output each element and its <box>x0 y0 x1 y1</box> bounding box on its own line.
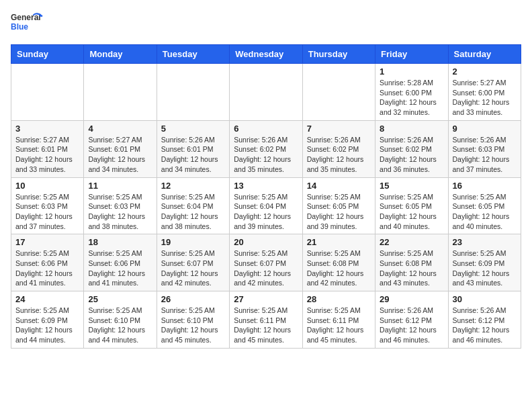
calendar-day-cell: 15Sunrise: 5:25 AMSunset: 6:05 PMDayligh… <box>375 177 448 234</box>
calendar-table: SundayMondayTuesdayWednesdayThursdayFrid… <box>11 44 521 349</box>
weekday-header: Wednesday <box>230 45 302 64</box>
day-number: 27 <box>234 294 298 304</box>
day-number: 11 <box>88 181 152 191</box>
day-number: 8 <box>380 124 443 134</box>
calendar-day-cell: 13Sunrise: 5:25 AMSunset: 6:04 PMDayligh… <box>230 177 302 234</box>
calendar-day-cell <box>230 64 302 121</box>
calendar-day-cell: 25Sunrise: 5:25 AMSunset: 6:10 PMDayligh… <box>84 291 157 349</box>
day-info: Sunrise: 5:25 AMSunset: 6:09 PMDaylight:… <box>15 306 79 345</box>
day-info: Sunrise: 5:25 AMSunset: 6:10 PMDaylight:… <box>161 306 225 345</box>
day-info: Sunrise: 5:26 AMSunset: 6:12 PMDaylight:… <box>453 306 517 345</box>
calendar-day-cell: 14Sunrise: 5:25 AMSunset: 6:05 PMDayligh… <box>302 177 375 234</box>
day-number: 9 <box>453 124 517 134</box>
day-number: 15 <box>380 181 443 191</box>
calendar-day-cell: 10Sunrise: 5:25 AMSunset: 6:03 PMDayligh… <box>11 177 84 234</box>
day-number: 6 <box>234 124 298 134</box>
day-number: 25 <box>88 294 152 304</box>
calendar-day-cell <box>302 64 375 121</box>
calendar-day-cell: 27Sunrise: 5:25 AMSunset: 6:11 PMDayligh… <box>230 291 302 349</box>
day-info: Sunrise: 5:25 AMSunset: 6:11 PMDaylight:… <box>307 306 371 345</box>
calendar-day-cell: 4Sunrise: 5:27 AMSunset: 6:01 PMDaylight… <box>84 120 157 177</box>
calendar-day-cell: 2Sunrise: 5:27 AMSunset: 6:00 PMDaylight… <box>448 64 521 121</box>
calendar-day-cell: 19Sunrise: 5:25 AMSunset: 6:07 PMDayligh… <box>157 234 229 291</box>
calendar-day-cell: 7Sunrise: 5:26 AMSunset: 6:02 PMDaylight… <box>302 120 375 177</box>
calendar-day-cell: 23Sunrise: 5:25 AMSunset: 6:09 PMDayligh… <box>448 234 521 291</box>
day-info: Sunrise: 5:25 AMSunset: 6:04 PMDaylight:… <box>161 192 225 232</box>
day-number: 4 <box>88 124 152 134</box>
day-info: Sunrise: 5:26 AMSunset: 6:02 PMDaylight:… <box>307 135 371 175</box>
calendar-day-cell: 9Sunrise: 5:26 AMSunset: 6:03 PMDaylight… <box>448 120 521 177</box>
day-info: Sunrise: 5:25 AMSunset: 6:06 PMDaylight:… <box>88 248 152 288</box>
weekday-header: Friday <box>375 45 448 64</box>
svg-text:Blue: Blue <box>11 22 28 32</box>
weekday-header: Tuesday <box>157 45 229 64</box>
day-info: Sunrise: 5:25 AMSunset: 6:09 PMDaylight:… <box>453 248 517 288</box>
day-number: 17 <box>15 237 79 247</box>
calendar-week-row: 3Sunrise: 5:27 AMSunset: 6:01 PMDaylight… <box>11 120 521 177</box>
day-info: Sunrise: 5:25 AMSunset: 6:11 PMDaylight:… <box>234 306 298 345</box>
calendar-day-cell: 28Sunrise: 5:25 AMSunset: 6:11 PMDayligh… <box>302 291 375 349</box>
day-info: Sunrise: 5:27 AMSunset: 6:01 PMDaylight:… <box>15 135 79 175</box>
calendar-day-cell: 26Sunrise: 5:25 AMSunset: 6:10 PMDayligh… <box>157 291 229 349</box>
calendar-day-cell: 3Sunrise: 5:27 AMSunset: 6:01 PMDaylight… <box>11 120 84 177</box>
day-info: Sunrise: 5:27 AMSunset: 6:01 PMDaylight:… <box>88 135 152 175</box>
day-number: 16 <box>453 181 517 191</box>
weekday-header: Thursday <box>302 45 375 64</box>
svg-marker-2 <box>40 13 43 17</box>
day-info: Sunrise: 5:27 AMSunset: 6:00 PMDaylight:… <box>453 78 517 118</box>
day-number: 19 <box>161 237 225 247</box>
page-header: General Blue <box>11 11 521 36</box>
weekday-header: Saturday <box>448 45 521 64</box>
day-info: Sunrise: 5:28 AMSunset: 6:00 PMDaylight:… <box>380 78 443 118</box>
calendar-day-cell: 17Sunrise: 5:25 AMSunset: 6:06 PMDayligh… <box>11 234 84 291</box>
day-number: 28 <box>307 294 371 304</box>
calendar-day-cell <box>11 64 84 121</box>
calendar-week-row: 17Sunrise: 5:25 AMSunset: 6:06 PMDayligh… <box>11 234 521 291</box>
day-info: Sunrise: 5:26 AMSunset: 6:03 PMDaylight:… <box>453 135 517 175</box>
day-info: Sunrise: 5:25 AMSunset: 6:05 PMDaylight:… <box>453 192 517 232</box>
day-info: Sunrise: 5:25 AMSunset: 6:06 PMDaylight:… <box>15 248 79 288</box>
day-info: Sunrise: 5:25 AMSunset: 6:05 PMDaylight:… <box>380 192 443 232</box>
day-number: 21 <box>307 237 371 247</box>
day-info: Sunrise: 5:26 AMSunset: 6:02 PMDaylight:… <box>234 135 298 175</box>
day-info: Sunrise: 5:26 AMSunset: 6:01 PMDaylight:… <box>161 135 225 175</box>
calendar-day-cell: 22Sunrise: 5:25 AMSunset: 6:08 PMDayligh… <box>375 234 448 291</box>
calendar-header-row: SundayMondayTuesdayWednesdayThursdayFrid… <box>11 45 521 64</box>
day-number: 22 <box>380 237 443 247</box>
day-number: 2 <box>453 66 517 77</box>
calendar-week-row: 24Sunrise: 5:25 AMSunset: 6:09 PMDayligh… <box>11 291 521 349</box>
day-number: 7 <box>307 124 371 134</box>
day-number: 20 <box>234 237 298 247</box>
day-number: 14 <box>307 181 371 191</box>
calendar-day-cell <box>84 64 157 121</box>
day-info: Sunrise: 5:25 AMSunset: 6:10 PMDaylight:… <box>88 306 152 345</box>
day-number: 24 <box>15 294 79 304</box>
logo-svg: General Blue <box>11 11 44 36</box>
day-number: 26 <box>161 294 225 304</box>
calendar-day-cell: 18Sunrise: 5:25 AMSunset: 6:06 PMDayligh… <box>84 234 157 291</box>
day-number: 18 <box>88 237 152 247</box>
day-info: Sunrise: 5:25 AMSunset: 6:03 PMDaylight:… <box>15 192 79 232</box>
day-number: 5 <box>161 124 225 134</box>
day-number: 10 <box>15 181 79 191</box>
calendar-week-row: 10Sunrise: 5:25 AMSunset: 6:03 PMDayligh… <box>11 177 521 234</box>
day-info: Sunrise: 5:25 AMSunset: 6:04 PMDaylight:… <box>234 192 298 232</box>
calendar-day-cell: 1Sunrise: 5:28 AMSunset: 6:00 PMDaylight… <box>375 64 448 121</box>
weekday-header: Monday <box>84 45 157 64</box>
day-number: 29 <box>380 294 443 304</box>
day-info: Sunrise: 5:25 AMSunset: 6:07 PMDaylight:… <box>234 248 298 288</box>
day-number: 23 <box>453 237 517 247</box>
calendar-day-cell: 21Sunrise: 5:25 AMSunset: 6:08 PMDayligh… <box>302 234 375 291</box>
day-number: 1 <box>380 66 443 77</box>
day-info: Sunrise: 5:25 AMSunset: 6:08 PMDaylight:… <box>307 248 371 288</box>
day-info: Sunrise: 5:26 AMSunset: 6:12 PMDaylight:… <box>380 306 443 345</box>
day-number: 12 <box>161 181 225 191</box>
calendar-day-cell: 29Sunrise: 5:26 AMSunset: 6:12 PMDayligh… <box>375 291 448 349</box>
calendar-day-cell: 5Sunrise: 5:26 AMSunset: 6:01 PMDaylight… <box>157 120 229 177</box>
calendar-day-cell: 24Sunrise: 5:25 AMSunset: 6:09 PMDayligh… <box>11 291 84 349</box>
day-info: Sunrise: 5:26 AMSunset: 6:02 PMDaylight:… <box>380 135 443 175</box>
calendar-day-cell: 16Sunrise: 5:25 AMSunset: 6:05 PMDayligh… <box>448 177 521 234</box>
calendar-day-cell: 6Sunrise: 5:26 AMSunset: 6:02 PMDaylight… <box>230 120 302 177</box>
day-number: 30 <box>453 294 517 304</box>
calendar-day-cell: 11Sunrise: 5:25 AMSunset: 6:03 PMDayligh… <box>84 177 157 234</box>
